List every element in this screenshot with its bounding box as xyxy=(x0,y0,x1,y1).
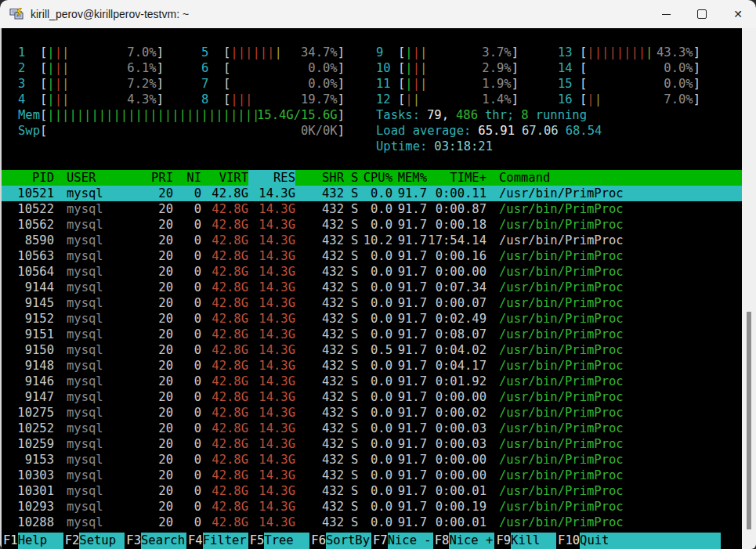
scrollbar-track[interactable] xyxy=(742,28,756,549)
fnkey-F3[interactable]: F3 xyxy=(125,533,141,549)
process-row[interactable]: 10259mysql20042.8G14.3G432S0.091.70:00.0… xyxy=(2,436,742,452)
fnlabel-F10[interactable]: Quit xyxy=(580,533,721,549)
scrollbar-thumb[interactable] xyxy=(747,312,751,529)
fnkey-F7[interactable]: F7 xyxy=(371,533,388,549)
cpu-meter-1: 1[|||7.0%] xyxy=(18,45,164,60)
cpu-meter-14: 14[0.0%] xyxy=(558,60,700,76)
process-row[interactable]: 9152mysql20042.8G14.3G432S0.091.70:02.49… xyxy=(2,311,742,327)
fnkey-F9[interactable]: F9 xyxy=(494,533,511,549)
cell-s: S xyxy=(344,280,361,295)
process-row[interactable]: 9151mysql20042.8G14.3G432S0.091.70:08.07… xyxy=(2,327,742,342)
meter-bar: | xyxy=(413,45,420,60)
column-header-res[interactable]: RES xyxy=(248,170,295,186)
column-header-virt[interactable]: VIRT xyxy=(201,170,248,186)
column-header-mem[interactable]: MEM% xyxy=(392,170,427,186)
column-header-ni[interactable]: NI xyxy=(173,170,201,186)
cpu-percent: 7.0% xyxy=(127,45,156,60)
cell-ni: 0 xyxy=(173,264,201,280)
meter-bar: | xyxy=(55,77,62,91)
fnlabel-F7[interactable]: Nice - xyxy=(388,533,433,549)
cell-user: mysql xyxy=(54,233,136,248)
column-header-pri[interactable]: PRI xyxy=(136,170,173,186)
fnlabel-F4[interactable]: Filter xyxy=(203,533,248,549)
cell-virt: 42.8G xyxy=(201,515,248,530)
process-row[interactable]: 8590mysql20042.8G14.3G432S10.291.717:54.… xyxy=(2,233,742,248)
fnkey-F6[interactable]: F6 xyxy=(309,533,326,549)
column-header-cpu[interactable]: CPU% xyxy=(361,170,392,186)
fnkey-F10[interactable]: F10 xyxy=(556,533,580,549)
cpu-number: 1 xyxy=(18,45,40,60)
process-row[interactable]: 9148mysql20042.8G14.3G432S0.091.70:04.17… xyxy=(2,358,742,374)
fnlabel-F2[interactable]: Setup xyxy=(79,533,125,549)
process-row[interactable]: 10303mysql20042.8G14.3G432S0.091.70:00.0… xyxy=(2,468,742,483)
fnlabel-F8[interactable]: Nice + xyxy=(449,533,494,549)
process-row[interactable]: 10522mysql20042.8G14.3G432S0.091.70:00.8… xyxy=(2,201,742,217)
process-row[interactable]: 10288mysql20042.8G14.3G432S0.091.70:00.0… xyxy=(2,515,742,530)
column-header-s[interactable]: S xyxy=(344,170,361,186)
window-controls: ✕ xyxy=(648,0,756,28)
cell-pid: 10564 xyxy=(4,264,54,280)
cell-cpu: 0.0 xyxy=(361,374,392,389)
cell-ni: 0 xyxy=(173,233,201,248)
cell-virt: 42.8G xyxy=(201,483,248,499)
fnlabel-F1[interactable]: Help xyxy=(18,533,63,549)
cpu-bars: || xyxy=(405,92,482,107)
process-row[interactable]: 10563mysql20042.8G14.3G432S0.091.70:00.1… xyxy=(2,248,742,264)
process-row[interactable]: 10301mysql20042.8G14.3G432S0.091.70:00.0… xyxy=(2,483,742,499)
process-row[interactable]: 10293mysql20042.8G14.3G432S0.091.70:00.1… xyxy=(2,499,742,515)
cell-time: 0:00.00 xyxy=(427,389,487,405)
process-row[interactable]: 9150mysql20042.8G14.3G432S0.591.70:04.02… xyxy=(2,342,742,358)
column-header-time[interactable]: TIME+ xyxy=(427,170,487,186)
cell-time: 0:04.17 xyxy=(427,358,487,374)
meter-bar: | xyxy=(617,45,624,60)
cell-pri: 20 xyxy=(136,358,173,374)
process-row[interactable]: 9144mysql20042.8G14.3G432S0.091.70:07.34… xyxy=(2,280,742,295)
process-row[interactable]: 9153mysql20042.8G14.3G432S0.091.70:00.00… xyxy=(2,452,742,468)
meter-bar: | xyxy=(84,108,91,122)
cell-res: 14.3G xyxy=(248,233,295,248)
process-row[interactable]: 9147mysql20042.8G14.3G432S0.091.70:00.00… xyxy=(2,389,742,405)
cell-res: 14.3G xyxy=(248,327,295,342)
fnlabel-F9[interactable]: Kill xyxy=(511,533,556,549)
function-key-bar: F1HelpF2SetupF3SearchF4FilterF5TreeF6Sor… xyxy=(2,533,742,549)
cell-cmd: /usr/bin/PrimProc xyxy=(487,515,742,530)
meter-bar: | xyxy=(47,108,54,122)
process-row[interactable]: 10275mysql20042.8G14.3G432S0.091.70:00.0… xyxy=(2,405,742,421)
process-row[interactable]: 10252mysql20042.8G14.3G432S0.091.70:00.0… xyxy=(2,421,742,436)
cell-cmd: /usr/bin/PrimProc xyxy=(487,233,742,248)
process-row[interactable]: 10521mysql20042.8G14.3G432S0.091.70:00.1… xyxy=(2,186,742,201)
fnkey-F8[interactable]: F8 xyxy=(433,533,450,549)
minimize-button[interactable] xyxy=(648,0,684,28)
fnlabel-F6[interactable]: SortBy xyxy=(326,533,371,549)
cell-virt: 42.8G xyxy=(201,405,248,421)
process-row[interactable]: 9145mysql20042.8G14.3G432S0.091.70:00.07… xyxy=(2,295,742,311)
column-header-cmd[interactable]: Command xyxy=(487,170,742,186)
cpu-percent: 19.7% xyxy=(301,92,338,107)
column-header-pid[interactable]: PID xyxy=(4,170,54,186)
fnlabel-F3[interactable]: Search xyxy=(141,533,186,549)
meter-bar: | xyxy=(602,45,609,60)
cell-res: 14.3G xyxy=(248,358,295,374)
cell-pri: 20 xyxy=(136,468,173,483)
fnkey-F2[interactable]: F2 xyxy=(63,533,80,549)
cell-pid: 9145 xyxy=(4,295,54,311)
meter-bar: | xyxy=(47,77,54,91)
process-row[interactable]: 10562mysql20042.8G14.3G432S0.091.70:00.1… xyxy=(2,217,742,233)
fnkey-F5[interactable]: F5 xyxy=(248,533,265,549)
meter-bar: | xyxy=(631,45,638,60)
maximize-button[interactable] xyxy=(684,0,720,28)
fnkey-F1[interactable]: F1 xyxy=(2,533,18,549)
process-row[interactable]: 9146mysql20042.8G14.3G432S0.091.70:01.92… xyxy=(2,374,742,389)
column-header-shr[interactable]: SHR xyxy=(295,170,344,186)
cell-cpu: 0.0 xyxy=(361,389,392,405)
meter-bar: | xyxy=(172,108,179,122)
cell-ni: 0 xyxy=(173,436,201,452)
fnkey-F4[interactable]: F4 xyxy=(186,533,203,549)
column-header-user[interactable]: USER xyxy=(54,170,136,186)
fnlabel-F5[interactable]: Tree xyxy=(264,533,309,549)
cell-cmd: /usr/bin/PrimProc xyxy=(487,280,742,295)
meter-bar: | xyxy=(587,45,594,60)
cell-cpu: 0.0 xyxy=(361,358,392,374)
close-button[interactable]: ✕ xyxy=(720,0,756,28)
process-row[interactable]: 10564mysql20042.8G14.3G432S0.091.70:00.0… xyxy=(2,264,742,280)
